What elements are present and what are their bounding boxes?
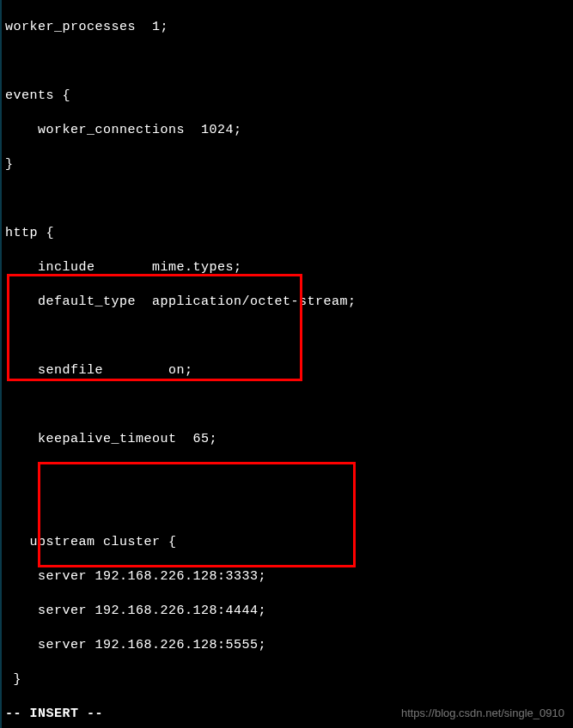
code-line: server 192.168.226.128:4444; [5, 603, 573, 620]
code-line: default_type application/octet-stream; [5, 294, 573, 311]
vim-mode-indicator: -- INSERT -- [5, 707, 103, 721]
code-line: server 192.168.226.128:5555; [5, 637, 573, 654]
code-line: http { [5, 225, 573, 242]
code-line [5, 500, 573, 517]
code-line [5, 397, 573, 414]
code-line: include mime.types; [5, 259, 573, 276]
code-line: worker_processes 1; [5, 19, 573, 36]
code-line: server 192.168.226.128:3333; [5, 568, 573, 585]
code-line: } [5, 671, 573, 689]
code-line [5, 328, 573, 345]
code-line: upstream cluster { [5, 534, 573, 551]
code-line: worker_connections 1024; [5, 122, 573, 139]
code-line [5, 53, 573, 70]
code-line [5, 191, 573, 208]
editor-viewport[interactable]: worker_processes 1; events { worker_conn… [2, 0, 573, 728]
code-line: events { [5, 88, 573, 105]
code-line: sendfile on; [5, 362, 573, 379]
code-line: keepalive_timeout 65; [5, 431, 573, 448]
code-line [5, 465, 573, 482]
code-line: } [5, 156, 573, 173]
watermark-text: https://blog.csdn.net/single_0910 [401, 707, 564, 719]
